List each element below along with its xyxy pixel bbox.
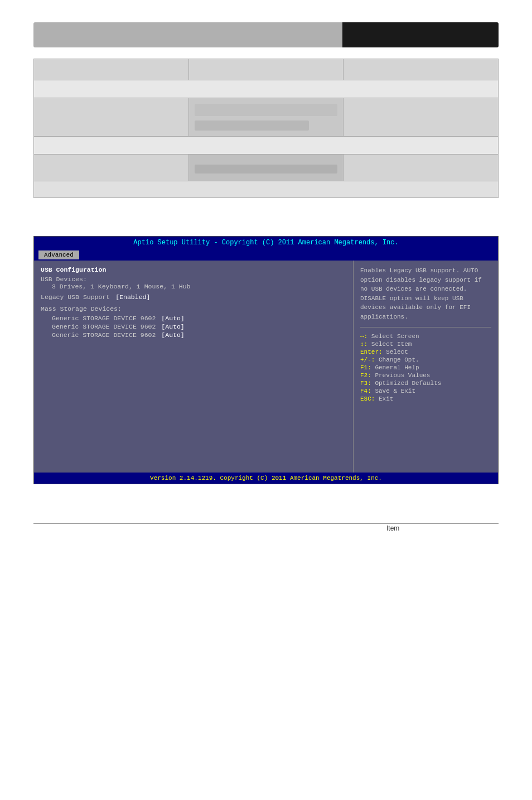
bios-key-4-key: F1: <box>360 364 371 371</box>
bios-device-0-value: [Auto] <box>161 315 184 322</box>
grid-wide-row <box>34 80 499 98</box>
bios-key-0-key: ↔: <box>360 333 367 340</box>
inner-box-1 <box>195 104 338 116</box>
bios-key-2-key: Enter: <box>360 349 383 355</box>
grid-tall-col1 <box>34 98 189 137</box>
bios-device-0-label: Generic STORAGE DEVICE 9602 <box>52 315 156 322</box>
grid-medium-col1 <box>34 155 189 181</box>
bios-key-8: ESC: Exit <box>360 396 491 402</box>
bios-mass-storage-label: Mass Storage Devices: <box>41 305 346 312</box>
grid-footer-row <box>34 181 499 198</box>
inner-box-2 <box>195 121 309 131</box>
bios-key-7: F4: Save & Exit <box>360 388 491 394</box>
bios-key-6-key: F3: <box>360 380 371 387</box>
bios-legacy-usb-label: Legacy USB Support <box>41 293 110 301</box>
grid-wide-row-2 <box>34 137 499 155</box>
grid-header-col3 <box>344 59 499 80</box>
grid-header-col2 <box>188 59 344 80</box>
bios-key-7-key: F4: <box>360 388 371 394</box>
top-grid-table <box>33 59 499 198</box>
bios-key-4-desc: General Help <box>375 364 419 371</box>
inner-box-3 <box>195 165 338 174</box>
bios-body: USB Configuration USB Devices: 3 Drives,… <box>34 261 498 473</box>
header-bar <box>33 22 499 47</box>
bios-key-7-desc: Save & Exit <box>375 388 415 394</box>
grid-header-row <box>34 59 499 80</box>
bios-device-2[interactable]: Generic STORAGE DEVICE 9602 [Auto] <box>52 331 346 339</box>
grid-wide-cell <box>34 80 499 98</box>
bios-device-1-label: Generic STORAGE DEVICE 9602 <box>52 323 156 330</box>
grid-tall-inner <box>195 104 338 131</box>
bios-legacy-usb-value: [Enabled] <box>115 293 150 301</box>
grid-wide-cell-2 <box>34 137 499 155</box>
bios-key-5-key: F2: <box>360 372 371 379</box>
bios-title: Aptio Setup Utility - Copyright (C) 2011… <box>34 237 498 249</box>
bios-key-3: +/-: Change Opt. <box>360 356 491 363</box>
bios-key-8-key: ESC: <box>360 396 375 402</box>
bios-usb-devices-value: 3 Drives, 1 Keyboard, 1 Mouse, 1 Hub <box>52 283 346 290</box>
grid-tall-col3 <box>344 98 499 137</box>
grid-tall-row <box>34 98 499 137</box>
bios-left-panel: USB Configuration USB Devices: 3 Drives,… <box>34 261 353 473</box>
bios-section-title: USB Configuration <box>41 266 346 273</box>
bios-container: Aptio Setup Utility - Copyright (C) 2011… <box>33 236 499 484</box>
grid-medium-col3 <box>344 155 499 181</box>
bottom-divider <box>33 523 499 524</box>
bios-tab-row: Advanced <box>34 249 498 261</box>
bios-usb-devices-label: USB Devices: <box>41 276 346 283</box>
top-section <box>0 0 532 219</box>
bios-right-panel: Enables Legacy USB support. AUTO option … <box>353 261 498 473</box>
bios-key-6-desc: Optimized Defaults <box>375 380 441 387</box>
bios-tab-advanced[interactable]: Advanced <box>38 250 79 259</box>
item-label: Item <box>386 524 399 532</box>
bios-device-0[interactable]: Generic STORAGE DEVICE 9602 [Auto] <box>52 315 346 322</box>
bios-device-2-label: Generic STORAGE DEVICE 9602 <box>52 331 156 339</box>
grid-footer-cell <box>34 181 499 198</box>
bios-keys-section: ↔: Select Screen ↕: Select Item Enter: S… <box>360 333 491 402</box>
grid-medium-row <box>34 155 499 181</box>
bottom-section <box>0 501 532 552</box>
bios-key-3-key: +/-: <box>360 356 375 363</box>
header-bar-left <box>33 22 342 47</box>
bios-device-1-value: [Auto] <box>161 323 184 330</box>
grid-medium-col2 <box>188 155 344 181</box>
bios-key-0: ↔: Select Screen <box>360 333 491 340</box>
bios-key-0-desc: Select Screen <box>371 333 419 340</box>
bios-key-2: Enter: Select <box>360 349 491 355</box>
bios-key-6: F3: Optimized Defaults <box>360 380 491 387</box>
header-bar-right <box>342 22 499 47</box>
bios-key-5-desc: Previous Values <box>375 372 430 379</box>
grid-tall-col2 <box>188 98 344 137</box>
grid-header-col1 <box>34 59 189 80</box>
bios-usb-devices-section: USB Devices: 3 Drives, 1 Keyboard, 1 Mou… <box>41 276 346 290</box>
bios-key-1-key: ↕: <box>360 341 367 348</box>
bios-key-5: F2: Previous Values <box>360 372 491 379</box>
bios-footer: Version 2.14.1219. Copyright (C) 2011 Am… <box>34 473 498 484</box>
bios-help-text: Enables Legacy USB support. AUTO option … <box>360 266 491 321</box>
bios-key-2-desc: Select <box>386 349 408 355</box>
bios-key-1: ↕: Select Item <box>360 341 491 348</box>
bios-key-3-desc: Change Opt. <box>379 356 419 363</box>
bios-device-2-value: [Auto] <box>161 331 184 339</box>
bios-device-1[interactable]: Generic STORAGE DEVICE 9602 [Auto] <box>52 323 346 330</box>
bios-key-4: F1: General Help <box>360 364 491 371</box>
bios-key-8-desc: Exit <box>379 396 393 402</box>
bios-legacy-usb-item[interactable]: Legacy USB Support [Enabled] <box>41 293 346 301</box>
bios-divider <box>360 327 491 327</box>
bios-key-1-desc: Select Item <box>371 341 412 348</box>
